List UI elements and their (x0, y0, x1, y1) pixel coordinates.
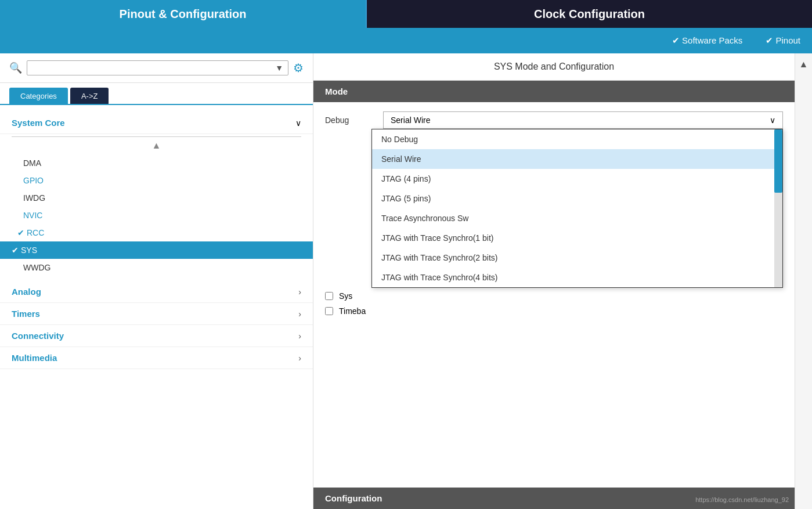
sidebar-item-iwdg[interactable]: IWDG (0, 189, 313, 207)
dropdown-item-jtag-5[interactable]: JTAG (5 pins) (372, 189, 782, 208)
analog-label: Analog (12, 287, 41, 297)
settings-icon[interactable]: ⚙ (293, 61, 304, 75)
sidebar-item-multimedia[interactable]: Multimedia › (0, 347, 313, 369)
sidebar-content: System Core ∨ ▲ DMA GPIO (0, 105, 313, 509)
sys-timebase-checkbox[interactable] (325, 292, 333, 300)
sys-check-icon: ✔ (12, 246, 19, 255)
right-content: SYS Mode and Configuration Mode Debug Se… (313, 53, 795, 509)
multimedia-label: Multimedia (12, 353, 57, 363)
sidebar-item-wwdg[interactable]: WWDG (0, 259, 313, 276)
pinout-configuration-header: Pinout & Configuration (0, 0, 366, 28)
timers-chevron: › (298, 309, 301, 319)
category-tabs: Categories A->Z (0, 83, 313, 105)
dropdown-item-jtag-4[interactable]: JTAG (4 pins) (372, 169, 782, 189)
sidebar-item-gpio[interactable]: GPIO (0, 172, 313, 189)
iwdg-label: IWDG (23, 193, 45, 203)
dma-label: DMA (23, 158, 41, 168)
watermark: https://blog.csdn.net/liuzhang_92 (695, 496, 789, 503)
search-input[interactable] (32, 64, 275, 73)
right-panel: SYS Mode and Configuration Mode Debug Se… (313, 53, 812, 509)
panel-title: SYS Mode and Configuration (313, 53, 795, 81)
sidebar-item-rcc[interactable]: ✔ RCC (0, 224, 313, 241)
debug-label: Debug (325, 115, 371, 125)
rcc-label: RCC (27, 228, 44, 237)
dropdown-item-serial-wire[interactable]: Serial Wire (372, 149, 782, 169)
divider (12, 136, 301, 137)
timeba-row: Timeba (325, 306, 783, 316)
system-core-label: System Core (12, 118, 65, 128)
wwdg-label: WWDG (23, 263, 50, 272)
sub-header-right: ✔ Software Packs ✔ Pinout (366, 28, 812, 53)
clock-configuration-header: Clock Configuration (366, 0, 812, 28)
nvic-label: NVIC (23, 211, 42, 220)
debug-dropdown: No Debug Serial Wire JTAG (4 pins) JTAG … (371, 129, 783, 288)
dropdown-scrollbar[interactable] (774, 129, 782, 287)
software-packs-btn[interactable]: ✔ Software Packs (672, 35, 742, 46)
timers-label: Timers (12, 309, 40, 319)
tab-categories[interactable]: Categories (9, 88, 68, 104)
sidebar-item-nvic[interactable]: NVIC (0, 207, 313, 224)
sys-label: SYS (21, 246, 37, 255)
dropdown-item-jtag-trace-1bit[interactable]: JTAG with Trace Synchro(1 bit) (372, 228, 782, 248)
mode-section: Mode (313, 81, 795, 102)
dropdown-scrollbar-thumb (774, 129, 782, 193)
sys-timebase-row: Sys (325, 291, 783, 301)
tab-az[interactable]: A->Z (70, 88, 109, 104)
connectivity-chevron: › (298, 331, 301, 341)
left-panel: 🔍 ▼ ⚙ Categories A->Z System Core ∨ ▲ (0, 53, 313, 509)
system-core-section: System Core ∨ ▲ DMA GPIO (0, 110, 313, 281)
search-input-wrap[interactable]: ▼ (27, 60, 288, 75)
dropdown-item-jtag-trace-2bits[interactable]: JTAG with Trace Synchro(2 bits) (372, 248, 782, 268)
rcc-check-icon: ✔ (17, 228, 24, 237)
search-bar: 🔍 ▼ ⚙ (0, 53, 313, 83)
debug-selected-value: Serial Wire (391, 115, 430, 125)
debug-row: Debug Serial Wire ∨ (325, 111, 783, 129)
search-dropdown-arrow[interactable]: ▼ (275, 63, 283, 73)
sidebar-item-connectivity[interactable]: Connectivity › (0, 325, 313, 347)
connectivity-label: Connectivity (12, 331, 64, 341)
system-core-chevron: ∨ (295, 118, 301, 128)
dropdown-item-jtag-trace-4bits[interactable]: JTAG with Trace Synchro(4 bits) (372, 268, 782, 287)
analog-chevron: › (298, 287, 301, 297)
sidebar-item-analog[interactable]: Analog › (0, 281, 313, 303)
mode-content: Debug Serial Wire ∨ No Debug Serial Wire… (313, 102, 795, 331)
timeba-label: Timeba (339, 306, 366, 316)
multimedia-chevron: › (298, 353, 301, 363)
sidebar-item-timers[interactable]: Timers › (0, 303, 313, 325)
pinout-btn[interactable]: ✔ Pinout (766, 35, 800, 46)
debug-select-arrow: ∨ (770, 115, 775, 125)
search-icon[interactable]: 🔍 (9, 62, 22, 74)
sub-header-left (0, 28, 366, 53)
system-core-header[interactable]: System Core ∨ (0, 112, 313, 134)
sub-items: DMA GPIO IWDG NVIC ✔ (0, 152, 313, 279)
sidebar-item-dma[interactable]: DMA (0, 154, 313, 172)
dropdown-item-trace-async[interactable]: Trace Asynchronous Sw (372, 208, 782, 228)
right-scroll-btn[interactable]: ▲ (795, 53, 812, 509)
gpio-label: GPIO (23, 176, 44, 185)
resize-handle[interactable]: ▲ (0, 139, 313, 152)
dropdown-item-no-debug[interactable]: No Debug (372, 129, 782, 149)
sidebar-item-sys[interactable]: → ✔ SYS (0, 241, 313, 259)
sys-timebase-label: Sys (339, 291, 352, 301)
debug-select[interactable]: Serial Wire ∨ (383, 111, 783, 129)
timeba-checkbox[interactable] (325, 307, 333, 315)
